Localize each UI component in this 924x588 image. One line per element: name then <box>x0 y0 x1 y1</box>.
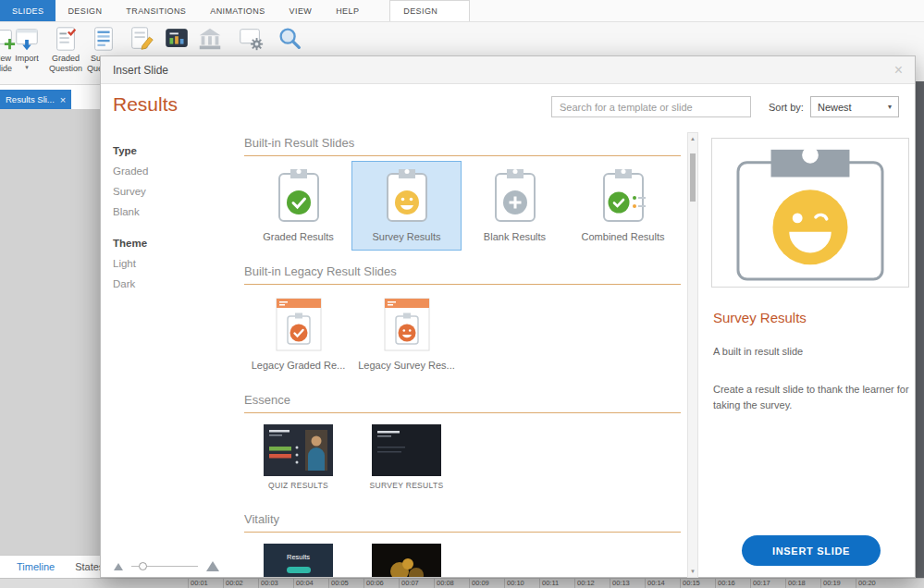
template-label: Graded Results <box>244 231 352 242</box>
ruler-tick: 00:13 <box>610 579 645 588</box>
window-scrollbar[interactable] <box>915 81 924 578</box>
legacy-graded-thumbnail <box>244 296 352 355</box>
ruler-tick: 00:05 <box>328 579 363 588</box>
tab-help[interactable]: HELP <box>324 0 371 21</box>
graded-question-icon <box>46 25 85 53</box>
freeform-pencil-icon <box>123 25 160 53</box>
ruler-tick: 00:15 <box>680 579 715 588</box>
tab-slides[interactable]: SLIDES <box>0 0 55 21</box>
template-legacy-graded[interactable]: Legacy Graded Re... <box>244 290 352 378</box>
insert-slide-button[interactable]: INSERT SLIDE <box>742 535 881 566</box>
tab-transitions[interactable]: TRANSITIONS <box>114 0 198 21</box>
slide-properties-button[interactable] <box>230 25 271 54</box>
freeform-question-button[interactable] <box>123 25 160 54</box>
graded-results-thumbnail <box>244 167 352 227</box>
timeline-ruler[interactable]: 00:0100:0200:0300:0400:0500:0600:0700:08… <box>0 578 924 588</box>
vitality-button-shape <box>287 567 311 573</box>
template-legacy-survey[interactable]: Legacy Survey Res... <box>352 290 461 378</box>
tab-design[interactable]: DESIGN <box>55 0 114 21</box>
template-essence-survey[interactable]: SURVEY RESULTS <box>352 419 461 497</box>
chevron-down-icon: ▾ <box>888 103 892 111</box>
template-survey-results[interactable]: Survey Results <box>352 162 461 250</box>
search-input[interactable] <box>551 96 751 117</box>
vitality-results-thumbnail: Results <box>244 544 352 577</box>
ruler-tick: 00:09 <box>469 579 504 588</box>
filter-option-blank[interactable]: Blank <box>113 206 224 217</box>
section-title: Essence <box>244 393 681 413</box>
preview-card <box>711 138 909 288</box>
thumbnail-zoom-control <box>114 561 219 571</box>
template-graded-results[interactable]: Graded Results <box>244 162 352 250</box>
template-label: Blank Results <box>461 231 569 242</box>
preview-title: Survey Results <box>713 310 807 325</box>
scrollbar-thumb[interactable] <box>690 153 696 202</box>
question-bank-button[interactable] <box>190 25 230 54</box>
section-title: Built-in Legacy Result Slides <box>244 264 681 285</box>
ruler-tick: 00:10 <box>504 579 539 588</box>
filter-option-graded[interactable]: Graded <box>113 165 224 177</box>
ruler-tick: 00:16 <box>715 579 750 588</box>
panel-tab-timeline[interactable]: Timeline <box>17 561 55 572</box>
section-legacy: Built-in Legacy Result Slides Legacy Gra… <box>244 264 681 378</box>
import-label: Import <box>9 54 44 64</box>
ruler-tick: 00:18 <box>785 579 820 588</box>
zoom-slider-knob[interactable] <box>139 562 147 570</box>
sort-dropdown[interactable]: Newest ▾ <box>810 96 899 117</box>
ruler-tick: 00:19 <box>820 579 856 588</box>
graded-question-label-2: Question <box>46 64 85 74</box>
preview-subtitle: A built in result slide <box>713 346 803 357</box>
ruler-tick: 00:08 <box>434 579 469 588</box>
graded-question-label-1: Graded <box>46 54 85 64</box>
graded-question-button[interactable]: Graded Question <box>46 25 85 75</box>
essence-quiz-thumbnail <box>244 424 352 476</box>
slide-tab-results[interactable]: Results Sli... × <box>0 90 71 109</box>
tab-design-contextual[interactable]: DESIGN <box>390 6 450 16</box>
contextual-tab-group: DESIGN <box>389 0 470 21</box>
essence-survey-thumbnail <box>352 424 461 476</box>
ruler-tick: 00:04 <box>293 579 328 588</box>
vitality-thumb-title: Results <box>264 544 333 561</box>
survey-results-thumbnail <box>352 167 461 227</box>
filter-option-dark[interactable]: Dark <box>113 278 224 289</box>
zoom-out-icon[interactable] <box>114 563 123 570</box>
tab-view[interactable]: VIEW <box>277 0 325 21</box>
results-heading: Results <box>113 93 178 116</box>
survey-results-preview-image <box>712 139 908 287</box>
template-blank-results[interactable]: Blank Results <box>461 162 569 250</box>
zoom-slider[interactable] <box>131 566 198 567</box>
section-title: Vitality <box>244 512 681 533</box>
list-scrollbar[interactable]: ▲ ▼ <box>687 132 698 578</box>
zoom-in-icon[interactable] <box>206 561 219 571</box>
ruler-tick: 00:12 <box>574 579 610 588</box>
import-button[interactable]: Import ▾ <box>9 25 44 70</box>
template-label: QUIZ RESULTS <box>244 481 352 490</box>
template-vitality-dark[interactable] <box>352 538 461 577</box>
vitality-dark-thumbnail <box>352 544 461 577</box>
question-bank-icon <box>190 25 230 53</box>
template-label: Survey Results <box>352 231 461 242</box>
template-list: Built-in Result Slides Graded Results Su… <box>244 132 681 577</box>
filter-option-survey[interactable]: Survey <box>113 186 224 197</box>
ruler-tick: 00:03 <box>258 579 293 588</box>
filter-option-light[interactable]: Light <box>113 258 224 269</box>
ruler-tick: 00:14 <box>645 579 680 588</box>
ruler-tick: 00:06 <box>363 579 399 588</box>
preview-button[interactable] <box>269 25 310 54</box>
dialog-close-icon[interactable]: × <box>894 63 903 78</box>
scroll-down-icon[interactable]: ▼ <box>688 566 697 577</box>
scroll-up-icon[interactable]: ▲ <box>688 133 697 144</box>
template-combined-results[interactable]: Combined Results <box>569 162 677 250</box>
sort-by-label: Sort by: <box>769 102 804 113</box>
filter-type-label: Type <box>113 145 224 156</box>
slide-tab-close-icon[interactable]: × <box>60 94 66 105</box>
blank-results-thumbnail <box>461 167 569 227</box>
section-vitality: Vitality Results <box>244 512 681 577</box>
legacy-survey-thumbnail <box>352 296 461 355</box>
ruler-tick: 00:11 <box>539 579 574 588</box>
dialog-header: Insert Slide × <box>101 56 915 84</box>
magnifier-icon <box>269 25 310 53</box>
template-essence-quiz[interactable]: QUIZ RESULTS <box>244 419 352 497</box>
tab-animations[interactable]: ANIMATIONS <box>198 0 277 21</box>
template-vitality-results[interactable]: Results <box>244 538 352 577</box>
template-label: Combined Results <box>569 231 677 242</box>
